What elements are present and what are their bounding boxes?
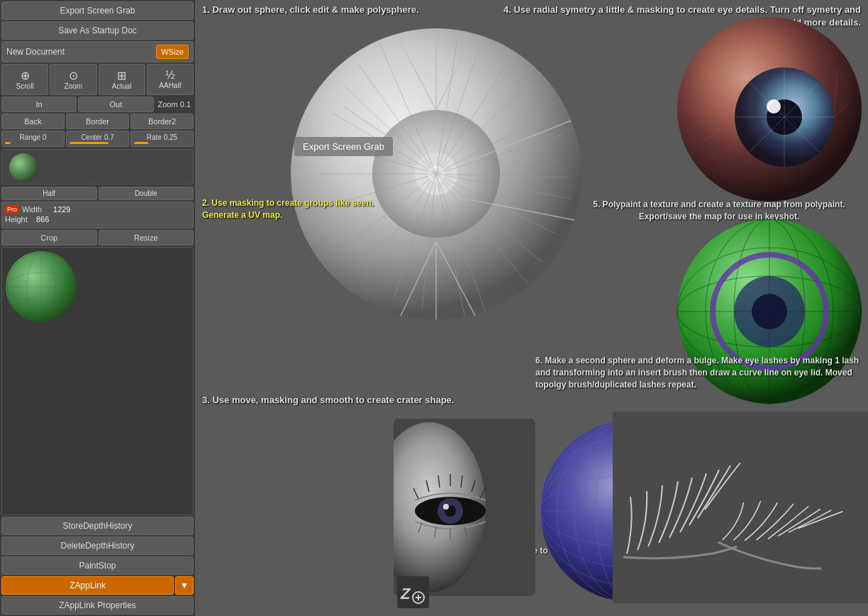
border-btn[interactable]: Border bbox=[66, 114, 129, 129]
zapp-link-arrow[interactable]: ▼ bbox=[175, 576, 194, 595]
width-label: Width bbox=[22, 205, 50, 214]
zoom-label: Zoom 0.1 bbox=[155, 100, 194, 109]
export-screen-grab-btn[interactable]: Export Screen Grab bbox=[1, 1, 194, 20]
save-as-startup-btn[interactable]: Save As Startup Doc bbox=[1, 21, 194, 40]
left-panel: Export Screen Grab Save As Startup Doc N… bbox=[0, 0, 195, 616]
height-label: Height bbox=[5, 215, 33, 224]
zapp-link-btn[interactable]: ZAppLink bbox=[1, 576, 174, 595]
zapp-row: ZAppLink ▼ bbox=[1, 576, 194, 595]
range-row: Range 0 Center 0.7 Rate 0.25 bbox=[1, 131, 194, 147]
eye-sphere-svg bbox=[674, 14, 864, 204]
zbrush-logo-svg: Z bbox=[397, 576, 429, 608]
tutorial-step1: 1. Draw out sphere, click edit & make po… bbox=[202, 4, 419, 16]
center-control[interactable]: Center 0.7 bbox=[66, 131, 129, 147]
width-height-section: Pro Width 1229 Height 866 bbox=[1, 202, 194, 229]
eye-render-container bbox=[394, 419, 535, 596]
height-value: 866 bbox=[36, 215, 190, 224]
crop-resize-row: Crop Resize bbox=[1, 230, 194, 246]
eye-render-svg bbox=[394, 419, 535, 596]
aahalf-icon-btn[interactable]: ½ AAHalf bbox=[147, 64, 194, 95]
main-sphere-container: Export Screen Grab bbox=[287, 21, 585, 326]
half-double-row: Half Double bbox=[1, 187, 194, 200]
back-btn[interactable]: Back bbox=[1, 114, 65, 129]
double-btn[interactable]: Double bbox=[99, 187, 194, 200]
wsize-btn[interactable]: WSize bbox=[156, 45, 189, 59]
width-value: 1229 bbox=[53, 205, 190, 214]
svg-text:Z: Z bbox=[400, 585, 411, 603]
rate-control[interactable]: Rate 0.25 bbox=[130, 131, 194, 147]
zoom-row: In Out Zoom 0.1 bbox=[1, 97, 194, 112]
delete-depth-btn[interactable]: DeleteDepthHistory bbox=[1, 537, 194, 555]
tutorial-step3: 3. Use move, masking and smooth to creat… bbox=[202, 394, 454, 407]
svg-point-72 bbox=[443, 504, 449, 510]
border2-btn[interactable]: Border2 bbox=[130, 114, 194, 129]
tutorial-step6: 6. Make a second sphere and deform a bul… bbox=[535, 355, 868, 390]
zoom-icon-btn[interactable]: ⊙ Zoom bbox=[50, 64, 96, 95]
new-document-row: New Document WSize bbox=[1, 41, 194, 62]
resize-btn[interactable]: Resize bbox=[99, 230, 194, 246]
eye-sphere-container bbox=[674, 14, 864, 204]
tutorial-step2: 2. Use masking to create groups like see… bbox=[202, 197, 386, 221]
svg-point-66 bbox=[752, 294, 787, 329]
main-sphere-svg bbox=[287, 21, 585, 326]
back-row: Back Border Border2 bbox=[1, 114, 194, 129]
sphere-preview bbox=[1, 149, 194, 185]
viewport: 1. Draw out sphere, click edit & make po… bbox=[195, 0, 868, 616]
actual-icon-btn[interactable]: ⊞ Actual bbox=[99, 64, 145, 95]
export-screen-grab-overlay[interactable]: Export Screen Grab bbox=[294, 137, 393, 156]
new-document-label: New Document bbox=[6, 47, 153, 57]
out-btn[interactable]: Out bbox=[78, 97, 153, 112]
zapp-link-props-btn[interactable]: ZAppLink Properties bbox=[1, 596, 194, 615]
zbrush-logo: Z bbox=[397, 576, 429, 610]
range-control[interactable]: Range 0 bbox=[1, 131, 65, 147]
pro-badge: Pro bbox=[5, 205, 19, 214]
model-preview bbox=[1, 247, 194, 515]
eyelashes-svg bbox=[613, 412, 868, 603]
crop-btn[interactable]: Crop bbox=[1, 230, 97, 246]
eyelashes-container bbox=[613, 412, 868, 603]
in-btn[interactable]: In bbox=[1, 97, 77, 112]
view-icons-grid: ⊕ Scroll ⊙ Zoom ⊞ Actual ½ AAHalf bbox=[1, 64, 194, 95]
half-btn[interactable]: Half bbox=[1, 187, 97, 200]
paint-stop-btn[interactable]: PaintStop bbox=[1, 556, 194, 575]
store-depth-btn[interactable]: StoreDepthHistory bbox=[1, 517, 194, 535]
scroll-icon-btn[interactable]: ⊕ Scroll bbox=[1, 64, 48, 95]
